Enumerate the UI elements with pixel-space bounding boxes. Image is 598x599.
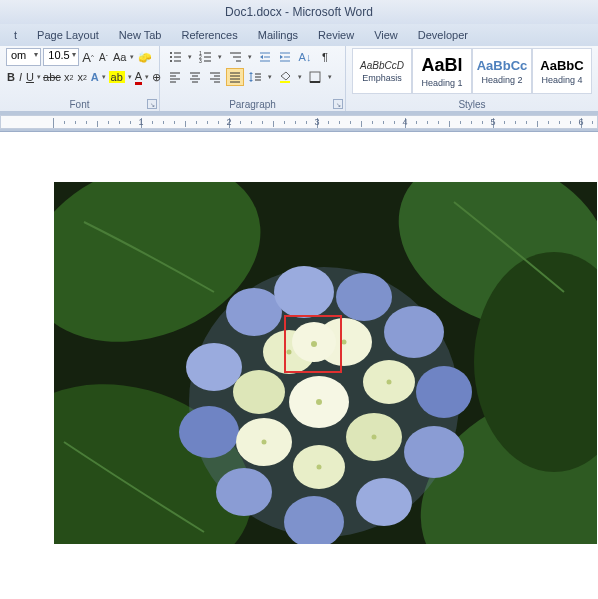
svg-point-76 <box>372 435 377 440</box>
ribbon: om 10.5 A^ Aˇ Aa▾ 🧽 B I U▾ abc x2 x2 A▾ … <box>0 46 598 112</box>
dropdown-icon[interactable]: ▾ <box>216 53 224 61</box>
show-marks-button[interactable]: ¶ <box>316 48 334 66</box>
align-right-button[interactable] <box>206 68 224 86</box>
svg-point-75 <box>387 380 392 385</box>
tab-developer[interactable]: Developer <box>408 26 478 44</box>
dropdown-icon[interactable]: ▾ <box>145 73 149 81</box>
svg-point-78 <box>262 440 267 445</box>
svg-point-53 <box>336 273 392 321</box>
svg-point-68 <box>233 370 285 414</box>
svg-point-57 <box>356 478 412 526</box>
ruler-number: 3 <box>314 117 319 127</box>
group-label-styles: Styles <box>346 99 598 110</box>
tab-mailings[interactable]: Mailings <box>248 26 308 44</box>
change-case-button[interactable]: Aa <box>112 48 127 66</box>
tab-page-layout[interactable]: Page Layout <box>27 26 109 44</box>
svg-text:3: 3 <box>199 58 202 64</box>
align-right-icon <box>208 70 222 84</box>
style-heading-4[interactable]: AaBbCHeading 4 <box>532 48 592 94</box>
svg-point-52 <box>274 266 334 318</box>
bold-button[interactable]: B <box>6 68 16 86</box>
dropdown-icon[interactable]: ▾ <box>128 73 132 81</box>
shading-button[interactable] <box>276 68 294 86</box>
superscript-button[interactable]: x2 <box>76 68 87 86</box>
align-center-button[interactable] <box>186 68 204 86</box>
selection-rectangle[interactable] <box>284 315 342 373</box>
outdent-icon <box>258 50 272 64</box>
style-label: Emphasis <box>362 73 402 83</box>
svg-point-61 <box>186 343 242 391</box>
group-label-font: Font <box>0 99 159 110</box>
style-heading-2[interactable]: AaBbCcHeading 2 <box>472 48 532 94</box>
align-left-button[interactable] <box>166 68 184 86</box>
dropdown-icon[interactable]: ▾ <box>326 73 334 81</box>
paragraph-dialog-launcher[interactable]: ↘ <box>333 99 343 109</box>
grow-font-button[interactable]: A^ <box>81 48 95 66</box>
tab-new-tab[interactable]: New Tab <box>109 26 172 44</box>
group-font: om 10.5 A^ Aˇ Aa▾ 🧽 B I U▾ abc x2 x2 A▾ … <box>0 46 160 111</box>
text-effects-button[interactable]: A <box>90 68 100 86</box>
strikethrough-button[interactable]: abc <box>43 68 61 86</box>
svg-point-55 <box>416 366 472 418</box>
italic-button[interactable]: I <box>18 68 23 86</box>
justify-button[interactable] <box>226 68 244 86</box>
underline-button[interactable]: U <box>25 68 35 86</box>
dropdown-icon[interactable]: ▾ <box>37 73 41 81</box>
style-emphasis[interactable]: AaBbCcDEmphasis <box>352 48 412 94</box>
ruler-area: 123456 <box>0 112 598 132</box>
align-left-icon <box>168 70 182 84</box>
horizontal-ruler[interactable]: 123456 <box>0 115 598 129</box>
font-color-button[interactable]: A <box>134 68 143 86</box>
multilevel-list-button[interactable] <box>226 48 244 66</box>
style-label: Heading 1 <box>421 78 462 88</box>
svg-point-2 <box>170 56 172 58</box>
borders-button[interactable] <box>306 68 324 86</box>
window-title: Doc1.docx - Microsoft Word <box>225 5 373 19</box>
style-preview: AaBbC <box>540 58 583 73</box>
bullets-button[interactable] <box>166 48 184 66</box>
tab-references[interactable]: References <box>171 26 247 44</box>
shrink-font-button[interactable]: Aˇ <box>97 48 110 66</box>
font-size-select[interactable]: 10.5 <box>43 48 79 66</box>
inserted-image[interactable] <box>54 182 597 544</box>
subscript-button[interactable]: x2 <box>63 68 74 86</box>
highlight-button[interactable]: ab <box>108 68 126 86</box>
svg-rect-42 <box>310 72 320 82</box>
dropdown-icon[interactable]: ▾ <box>296 73 304 81</box>
tab-review[interactable]: Review <box>308 26 364 44</box>
style-label: Heading 2 <box>481 75 522 85</box>
clear-formatting-button[interactable]: 🧽 <box>137 48 153 66</box>
svg-point-56 <box>404 426 464 478</box>
style-label: Heading 4 <box>541 75 582 85</box>
ribbon-tabs: t Page Layout New Tab References Mailing… <box>0 24 598 46</box>
style-heading-1[interactable]: AaBlHeading 1 <box>412 48 472 94</box>
ruler-number: 6 <box>578 117 583 127</box>
svg-point-72 <box>316 399 322 405</box>
align-center-icon <box>188 70 202 84</box>
line-spacing-button[interactable] <box>246 68 264 86</box>
dropdown-icon[interactable]: ▾ <box>186 53 194 61</box>
decrease-indent-button[interactable] <box>256 48 274 66</box>
svg-point-51 <box>226 288 282 336</box>
increase-indent-button[interactable] <box>276 48 294 66</box>
font-dialog-launcher[interactable]: ↘ <box>147 99 157 109</box>
svg-point-0 <box>170 52 172 54</box>
dropdown-icon[interactable]: ▾ <box>129 53 135 61</box>
ruler-number: 4 <box>402 117 407 127</box>
dropdown-icon[interactable]: ▾ <box>102 73 106 81</box>
line-spacing-icon <box>248 70 262 84</box>
font-name-select[interactable]: om <box>6 48 41 66</box>
svg-point-4 <box>170 60 172 62</box>
style-preview: AaBbCc <box>477 58 528 73</box>
dropdown-icon[interactable]: ▾ <box>246 53 254 61</box>
svg-point-59 <box>216 468 272 516</box>
sort-button[interactable]: A↓ <box>296 48 314 66</box>
group-paragraph: ▾ 123 ▾ ▾ A↓ ¶ <box>160 46 346 111</box>
group-styles: AaBbCcDEmphasisAaBlHeading 1AaBbCcHeadin… <box>346 46 598 111</box>
tab-partial[interactable]: t <box>4 26 27 44</box>
dropdown-icon[interactable]: ▾ <box>266 73 274 81</box>
tab-view[interactable]: View <box>364 26 408 44</box>
numbering-button[interactable]: 123 <box>196 48 214 66</box>
multilevel-icon <box>228 50 242 64</box>
document-area[interactable] <box>0 132 598 599</box>
